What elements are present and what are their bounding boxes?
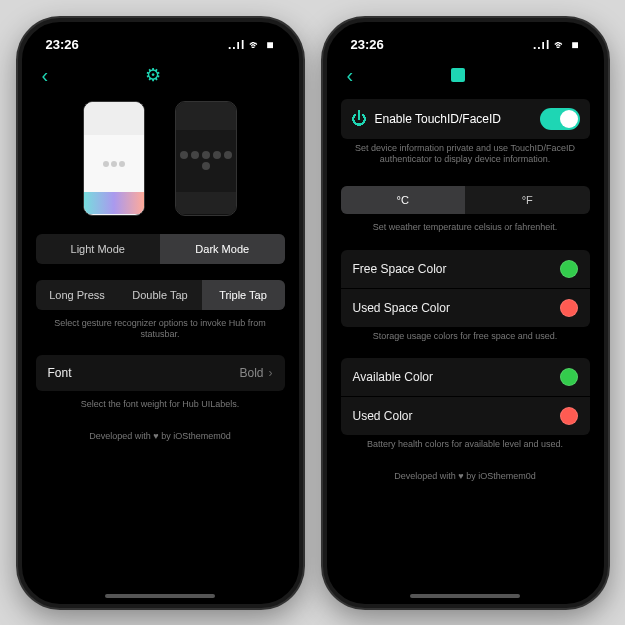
free-space-color-row[interactable]: Free Space Color [341,250,590,289]
phone-right: 23:26 ..ıl ᯤ ■ ‹ ⏻ Enable TouchID/FaceID… [323,18,608,608]
temp-segment[interactable]: °C °F [341,186,590,214]
color-swatch-green [560,368,578,386]
used-label: Used Color [353,409,413,423]
nav-bar: ‹ ⚙ [32,56,289,95]
enable-touchid-row: ⏻ Enable TouchID/FaceID [341,99,590,139]
storage-hint: Storage usage colors for free space and … [341,327,590,347]
home-indicator[interactable] [105,594,215,598]
home-indicator[interactable] [410,594,520,598]
font-value: Bold [239,366,263,380]
seg-long-press[interactable]: Long Press [36,280,119,310]
preview-dark-mode[interactable] [175,101,237,216]
temp-hint: Set weather temperature celsius or fahre… [341,218,590,238]
gesture-hint: Select gesture recognizer options to inv… [36,314,285,345]
used-space-label: Used Space Color [353,301,450,315]
gear-icon[interactable]: ⚙ [145,64,161,86]
battery-icon: ■ [571,38,579,52]
seg-celsius[interactable]: °C [341,186,466,214]
status-time: 23:26 [351,37,384,52]
font-row[interactable]: Font Bold › [36,355,285,391]
used-color-row[interactable]: Used Color [341,397,590,435]
preview-light-mode[interactable] [83,101,145,216]
used-space-color-row[interactable]: Used Space Color [341,289,590,327]
enable-toggle[interactable] [540,108,580,130]
seg-fahrenheit[interactable]: °F [465,186,590,214]
signal-icon: ..ıl [533,38,550,52]
storage-colors: Free Space Color Used Space Color [341,250,590,327]
theme-previews [36,95,285,226]
back-button[interactable]: ‹ [42,64,49,87]
seg-double-tap[interactable]: Double Tap [119,280,202,310]
font-label: Font [48,366,72,380]
color-swatch-green [560,260,578,278]
free-space-label: Free Space Color [353,262,447,276]
seg-triple-tap[interactable]: Triple Tap [202,280,285,310]
battery-colors: Available Color Used Color [341,358,590,435]
available-color-row[interactable]: Available Color [341,358,590,397]
nav-bar: ‹ [337,56,594,95]
available-label: Available Color [353,370,434,384]
gesture-segment[interactable]: Long Press Double Tap Triple Tap [36,280,285,310]
notch [405,22,525,44]
chevron-right-icon: › [269,366,273,380]
power-icon: ⏻ [351,110,367,128]
seg-light-mode[interactable]: Light Mode [36,234,161,264]
app-icon [451,68,465,82]
theme-segment[interactable]: Light Mode Dark Mode [36,234,285,264]
seg-dark-mode[interactable]: Dark Mode [160,234,285,264]
wifi-icon: ᯤ [249,38,262,52]
color-swatch-red [560,299,578,317]
enable-label: Enable TouchID/FaceID [375,112,502,126]
color-swatch-red [560,407,578,425]
footer-credit: Developed with ♥ by iOSthemem0d [36,431,285,441]
wifi-icon: ᯤ [554,38,567,52]
status-time: 23:26 [46,37,79,52]
enable-hint: Set device information private and use T… [341,139,590,170]
footer-credit: Developed with ♥ by iOSthemem0d [341,471,590,481]
phone-left: 23:26 ..ıl ᯤ ■ ‹ ⚙ Light Mode Dark Mode … [18,18,303,608]
font-hint: Select the font weight for Hub UILabels. [36,395,285,415]
signal-icon: ..ıl [228,38,245,52]
back-button[interactable]: ‹ [347,64,354,87]
battery-icon: ■ [266,38,274,52]
notch [100,22,220,44]
battery-hint: Battery health colors for available leve… [341,435,590,455]
